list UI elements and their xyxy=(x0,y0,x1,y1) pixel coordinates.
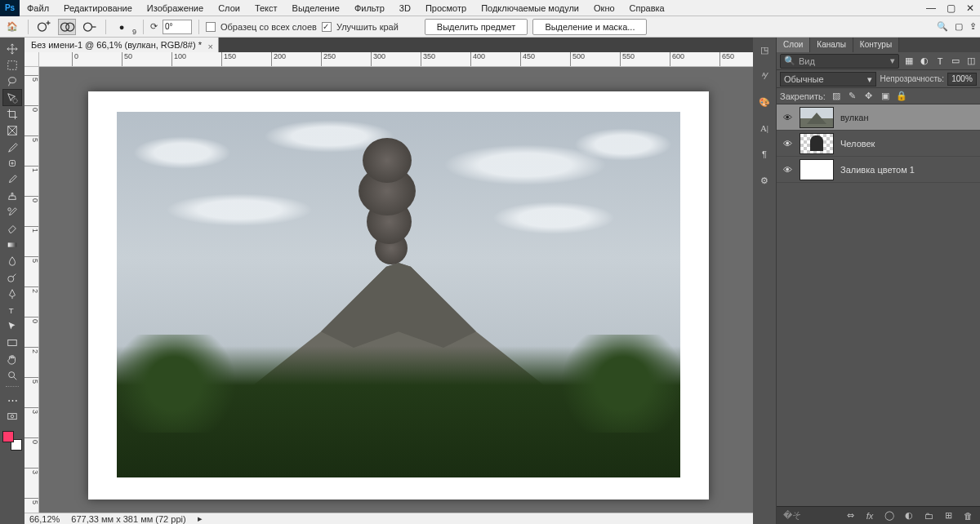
select-subject-button[interactable]: Выделить предмет xyxy=(425,19,528,35)
history-panel-icon[interactable]: ◳ xyxy=(757,42,772,57)
search-icon[interactable]: 🔍 xyxy=(937,21,948,32)
quick-selection-tool[interactable] xyxy=(3,90,21,105)
layer-thumbnail[interactable] xyxy=(800,133,834,154)
foreground-color-swatch[interactable] xyxy=(2,431,14,442)
move-tool[interactable] xyxy=(3,41,21,56)
layer-row[interactable]: 👁Человек xyxy=(777,131,980,157)
workspace-icon[interactable]: ▢ xyxy=(955,21,963,32)
menu-Файл[interactable]: Файл xyxy=(20,0,56,16)
menu-Справка[interactable]: Справка xyxy=(622,0,672,16)
quick-select-new-icon[interactable] xyxy=(35,19,53,35)
menu-Просмотр[interactable]: Просмотр xyxy=(418,0,474,16)
menu-Слои[interactable]: Слои xyxy=(211,0,247,16)
history-brush-tool[interactable] xyxy=(3,204,21,220)
menu-Редактирование[interactable]: Редактирование xyxy=(56,0,140,16)
screen-mode-button[interactable] xyxy=(3,409,21,424)
blend-mode-dropdown[interactable]: Обычные▾ xyxy=(780,72,876,87)
svg-point-9 xyxy=(8,207,11,211)
lock-artboard-icon[interactable]: ▣ xyxy=(880,91,891,102)
window-minimize-button[interactable]: — xyxy=(921,0,941,16)
lock-all-icon[interactable]: 🔒 xyxy=(896,91,907,102)
refine-edge-checkbox[interactable] xyxy=(322,22,332,32)
brush-tool[interactable] xyxy=(3,171,21,187)
new-adjustment-button[interactable]: ◐ xyxy=(903,510,915,522)
edit-toolbar-button[interactable]: ⋯ xyxy=(3,393,21,408)
panel-tab-Слои[interactable]: Слои xyxy=(777,38,810,52)
character-panel-icon[interactable]: ᴬ⁄ xyxy=(757,69,772,83)
menu-Выделение[interactable]: Выделение xyxy=(285,0,347,16)
menu-Фильтр[interactable]: Фильтр xyxy=(347,0,392,16)
menu-Подключаемые модули[interactable]: Подключаемые модули xyxy=(474,0,586,16)
lock-brush-icon[interactable]: ✎ xyxy=(847,91,858,102)
eraser-tool[interactable] xyxy=(3,220,21,236)
layer-visibility-icon[interactable]: 👁 xyxy=(782,138,793,149)
filter-adjust-icon[interactable]: ◐ xyxy=(919,56,930,67)
svg-point-14 xyxy=(9,371,15,377)
link-layers-icon[interactable]: ⇔ xyxy=(844,510,856,522)
delete-layer-button[interactable]: 🗑 xyxy=(962,510,973,522)
layer-filter-dropdown[interactable]: 🔍 Вид ▾ xyxy=(780,54,899,69)
quick-select-subtract-icon[interactable] xyxy=(81,19,99,35)
canvas-viewport[interactable] xyxy=(39,67,753,513)
lock-pixels-icon[interactable]: ▨ xyxy=(831,91,842,102)
filter-smart-icon[interactable]: ◫ xyxy=(965,56,977,67)
status-arrow-icon[interactable]: ▸ xyxy=(198,513,203,524)
frame-tool[interactable] xyxy=(3,122,21,138)
window-maximize-button[interactable]: ▢ xyxy=(941,0,960,16)
menu-3D[interactable]: 3D xyxy=(392,0,418,16)
layer-fx-button[interactable]: fx xyxy=(864,510,875,522)
filter-pixel-icon[interactable]: ▦ xyxy=(903,56,915,67)
layer-thumbnail[interactable] xyxy=(800,159,834,180)
clone-stamp-tool[interactable] xyxy=(3,188,21,203)
layer-row[interactable]: 👁вулкан xyxy=(777,104,980,131)
panel-tab-Контуры[interactable]: Контуры xyxy=(853,38,899,52)
gradient-tool[interactable] xyxy=(3,237,21,252)
opacity-field[interactable]: 100% xyxy=(947,73,977,86)
layers-panel: СлоиКаналыКонтуры 🔍 Вид ▾ ▦ ◐ T ▭ ◫ Обыч… xyxy=(776,38,980,524)
layer-thumbnail[interactable] xyxy=(800,107,834,128)
pen-tool[interactable] xyxy=(3,286,21,301)
document-tab[interactable]: Без имени-1 @ 66,1% (вулкан, RGB/8#) * × xyxy=(24,38,219,52)
svg-rect-4 xyxy=(8,60,17,69)
layer-row[interactable]: 👁Заливка цветом 1 xyxy=(777,157,980,183)
brush-preset-icon[interactable]: ● xyxy=(113,19,131,35)
layer-visibility-icon[interactable]: 👁 xyxy=(782,164,793,175)
color-panel-icon[interactable]: 🎨 xyxy=(757,95,772,109)
type-panel-icon-a[interactable]: A| xyxy=(757,121,772,135)
eyedropper-tool[interactable] xyxy=(3,139,21,154)
panel-tab-Каналы[interactable]: Каналы xyxy=(810,38,853,52)
sample-all-layers-checkbox[interactable] xyxy=(206,22,216,32)
share-icon[interactable]: ⇪ xyxy=(969,21,977,32)
blur-tool[interactable] xyxy=(3,253,21,269)
paragraph-panel-icon[interactable]: ¶ xyxy=(757,147,772,162)
select-and-mask-button[interactable]: Выделение и маска... xyxy=(532,19,647,35)
layer-visibility-icon[interactable]: 👁 xyxy=(782,112,793,123)
menu-Окно[interactable]: Окно xyxy=(586,0,622,16)
type-tool[interactable]: T xyxy=(3,302,21,318)
add-mask-button[interactable]: ◯ xyxy=(884,510,895,522)
color-swatches[interactable] xyxy=(2,430,23,451)
adjustments-panel-icon[interactable]: ⚙ xyxy=(757,173,772,188)
hand-tool[interactable] xyxy=(3,351,21,366)
window-close-button[interactable]: ✕ xyxy=(960,0,980,16)
layer-name: Заливка цветом 1 xyxy=(840,165,915,175)
crop-tool[interactable] xyxy=(3,106,21,122)
quick-select-add-icon[interactable] xyxy=(58,19,76,35)
lasso-tool[interactable] xyxy=(3,73,21,89)
angle-field[interactable]: 0° xyxy=(163,20,192,34)
filter-shape-icon[interactable]: ▭ xyxy=(950,56,961,67)
dodge-tool[interactable] xyxy=(3,269,21,285)
menu-Изображение[interactable]: Изображение xyxy=(140,0,211,16)
menu-Текст[interactable]: Текст xyxy=(247,0,285,16)
filter-type-icon[interactable]: T xyxy=(934,56,946,67)
new-layer-button[interactable]: ⊞ xyxy=(942,510,954,522)
home-button[interactable]: 🏠 xyxy=(3,19,21,35)
rectangle-tool[interactable] xyxy=(3,335,21,350)
lock-position-icon[interactable]: ✥ xyxy=(863,91,875,102)
path-selection-tool[interactable] xyxy=(3,318,21,334)
marquee-tool[interactable] xyxy=(3,57,21,73)
healing-brush-tool[interactable] xyxy=(3,155,21,171)
zoom-level[interactable]: 66,12% xyxy=(29,514,60,524)
zoom-tool[interactable] xyxy=(3,367,21,383)
new-group-button[interactable]: 🗀 xyxy=(923,510,934,522)
